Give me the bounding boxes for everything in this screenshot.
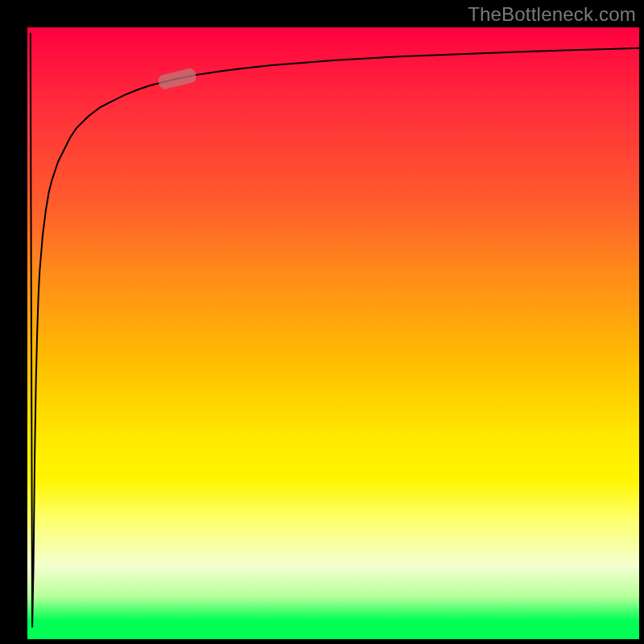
chart-curve-svg bbox=[27, 27, 639, 639]
watermark-text: TheBottleneck.com bbox=[468, 3, 636, 26]
chart-plot-area bbox=[27, 27, 639, 639]
chart-frame: TheBottleneck.com bbox=[0, 0, 644, 644]
curve-marker bbox=[157, 68, 197, 90]
chart-curve bbox=[31, 34, 639, 627]
